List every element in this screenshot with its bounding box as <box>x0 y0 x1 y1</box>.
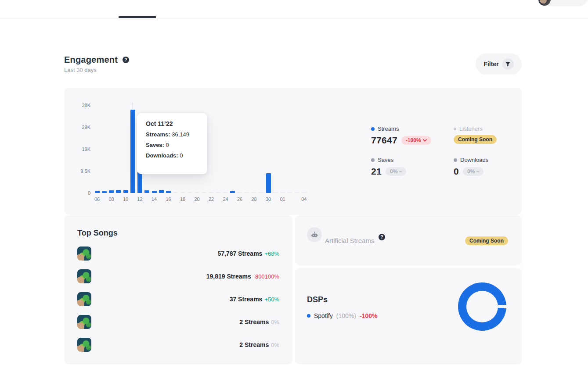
bar-oct-29[interactable] <box>259 192 263 193</box>
donut-hole <box>466 291 498 322</box>
listeners-coming-soon-badge: Coming Soon <box>454 135 497 144</box>
bar-oct-27[interactable] <box>245 192 249 193</box>
robot-icon <box>307 227 322 242</box>
song-stats: 57,787 Streams+68% <box>217 250 279 257</box>
bar-oct-09[interactable] <box>116 190 121 193</box>
bar-nov-03[interactable] <box>295 192 299 193</box>
y-tick: 38K <box>70 103 90 108</box>
bar-oct-19[interactable] <box>188 192 192 193</box>
bar-oct-31[interactable] <box>273 192 278 193</box>
engagement-chart-card: 38K29K19K9.5K0 0608101214161820222426283… <box>64 88 522 215</box>
x-tick: 28 <box>248 197 261 202</box>
bar-oct-15[interactable] <box>159 190 164 193</box>
bar-oct-28[interactable] <box>252 192 256 193</box>
album-art <box>77 247 91 261</box>
album-art <box>77 338 91 352</box>
topbar-divider <box>0 18 588 18</box>
x-tick: 14 <box>148 197 161 202</box>
bar-oct-11[interactable] <box>130 110 135 193</box>
song-row[interactable]: 19,819 Streams-800100% <box>77 267 279 286</box>
song-change: 0% <box>271 342 279 348</box>
song-stats: 37 Streams+50% <box>230 296 279 303</box>
x-tick: 12 <box>133 197 147 202</box>
bar-oct-08[interactable] <box>109 190 114 193</box>
stat-streams: Streams 77647 -100% <box>371 125 431 146</box>
song-row[interactable]: 2 Streams0% <box>77 336 279 354</box>
saves-dot-icon <box>371 158 375 162</box>
bar-oct-24[interactable] <box>223 192 228 193</box>
x-tick: 26 <box>233 197 246 202</box>
hover-crosshair <box>133 102 133 109</box>
page-title: Engagement <box>64 55 118 65</box>
bar-oct-06[interactable] <box>95 191 100 193</box>
bar-oct-13[interactable] <box>144 190 149 193</box>
bar-oct-20[interactable] <box>195 192 199 193</box>
song-streams: 57,787 Streams <box>217 250 262 257</box>
song-stats: 2 Streams0% <box>239 341 279 348</box>
spotify-name: Spotify <box>314 312 333 319</box>
bar-oct-25[interactable] <box>230 191 235 193</box>
x-tick: 16 <box>162 197 175 202</box>
tooltip-streams: Streams: 36,149 <box>146 131 207 138</box>
song-change: +68% <box>264 250 279 257</box>
downloads-change-badge: 0% – <box>463 167 483 176</box>
song-change: +50% <box>264 296 279 303</box>
album-art <box>77 269 91 283</box>
saves-change-badge: 0% – <box>386 167 406 176</box>
streams-change-badge[interactable]: -100% <box>401 136 431 145</box>
song-streams: 2 Streams <box>239 318 269 325</box>
help-icon[interactable]: ? <box>379 234 385 240</box>
bar-nov-01[interactable] <box>280 192 285 193</box>
x-tick: 10 <box>119 197 132 202</box>
chevron-down-icon <box>423 139 427 142</box>
top-songs-title: Top Songs <box>77 229 118 238</box>
dsps-card: DSPs Spotify (100%) -100% <box>295 268 522 364</box>
bar-oct-10[interactable] <box>123 190 128 193</box>
x-tick: 08 <box>105 197 118 202</box>
bar-oct-07[interactable] <box>102 191 107 193</box>
dsps-donut-chart[interactable] <box>458 282 506 331</box>
tooltip-date: Oct 11’22 <box>146 120 207 127</box>
downloads-value: 0 <box>454 166 459 177</box>
song-row[interactable]: 57,787 Streams+68% <box>77 244 279 263</box>
filter-button[interactable]: Filter <box>476 54 522 75</box>
bar-oct-23[interactable] <box>216 192 221 193</box>
stat-saves: Saves 21 0% – <box>371 157 406 177</box>
filter-funnel-icon <box>502 58 514 70</box>
x-tick: 06 <box>90 197 104 202</box>
x-tick: 22 <box>205 197 218 202</box>
bar-oct-26[interactable] <box>238 192 242 193</box>
chart-tooltip: Oct 11’22 Streams: 36,149 Saves: 0 Downl… <box>137 113 207 174</box>
artificial-streams-label: Artificial Streams <box>325 237 375 244</box>
spotify-dot-icon <box>307 314 310 318</box>
streams-value: 77647 <box>371 135 397 146</box>
song-row[interactable]: 37 Streams+50% <box>77 290 279 308</box>
dsps-legend-spotify: Spotify (100%) -100% <box>307 312 377 319</box>
bar-oct-14[interactable] <box>152 191 157 193</box>
help-icon[interactable]: ? <box>123 57 129 63</box>
top-songs-card: Top Songs 57,787 Streams+68%19,819 Strea… <box>64 215 292 364</box>
bar-oct-16[interactable] <box>166 191 171 193</box>
dashboard-screen: Engagement ? Last 30 days Filter 38K29K1… <box>0 0 588 368</box>
song-streams: 37 Streams <box>230 296 263 303</box>
x-tick: 04 <box>297 197 310 202</box>
y-tick: 29K <box>70 125 90 130</box>
spotify-change: -100% <box>360 312 377 319</box>
x-tick: 20 <box>191 197 204 202</box>
x-tick: 18 <box>176 197 189 202</box>
x-tick: 24 <box>219 197 232 202</box>
bar-nov-04[interactable] <box>302 192 307 193</box>
date-range-label: Last 30 days <box>64 67 97 73</box>
bar-nov-02[interactable] <box>287 192 292 193</box>
bar-oct-17[interactable] <box>173 192 178 193</box>
album-art <box>77 292 91 306</box>
spotify-share: (100%) <box>336 312 356 319</box>
stat-downloads: Downloads 0 0% – <box>454 157 488 177</box>
bar-oct-18[interactable] <box>180 192 185 193</box>
bar-oct-22[interactable] <box>209 192 214 193</box>
artificial-coming-soon-badge: Coming Soon <box>465 236 508 245</box>
artificial-streams-card: Artificial Streams ? Coming Soon <box>295 215 522 265</box>
song-row[interactable]: 2 Streams0% <box>77 313 279 331</box>
bar-oct-21[interactable] <box>202 192 206 193</box>
bar-oct-30[interactable] <box>266 173 271 193</box>
